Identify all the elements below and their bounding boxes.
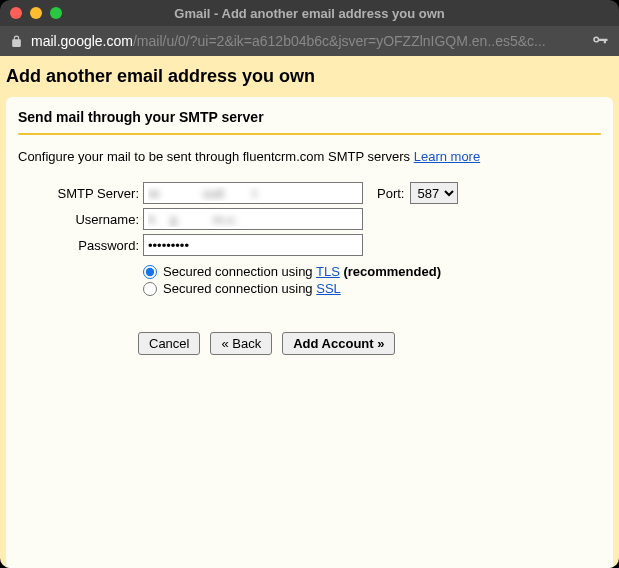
url-path: /mail/u/0/?ui=2&ik=a612b04b6c&jsver=yOFZ…: [133, 33, 546, 49]
username-input[interactable]: [143, 208, 363, 230]
button-row: Cancel « Back Add Account »: [138, 332, 601, 355]
add-account-button[interactable]: Add Account »: [282, 332, 395, 355]
instruction-prefix: Configure your mail to be sent through f…: [18, 149, 414, 164]
maximize-window-button[interactable]: [50, 7, 62, 19]
smtp-server-row: SMTP Server: Port: 587: [18, 182, 601, 204]
url-display[interactable]: mail.google.com/mail/u/0/?ui=2&ik=a612b0…: [31, 33, 546, 49]
ssl-label: Secured connection using SSL: [163, 281, 341, 296]
page-title: Add another email address you own: [0, 56, 619, 97]
window-titlebar: Gmail - Add another email address you ow…: [0, 0, 619, 26]
smtp-server-input[interactable]: [143, 182, 363, 204]
port-label: Port:: [377, 186, 404, 201]
close-window-button[interactable]: [10, 7, 22, 19]
secure-connection-group: Secured connection using TLS (recommende…: [143, 264, 601, 296]
back-button[interactable]: « Back: [210, 332, 272, 355]
password-input[interactable]: [143, 234, 363, 256]
traffic-lights: [10, 7, 62, 19]
smtp-panel: Send mail through your SMTP server Confi…: [6, 97, 613, 568]
page-content: Add another email address you own Send m…: [0, 56, 619, 568]
username-label: Username:: [18, 212, 143, 227]
url-host: mail.google.com: [31, 33, 133, 49]
password-row: Password:: [18, 234, 601, 256]
key-icon[interactable]: [591, 32, 609, 50]
password-label: Password:: [18, 238, 143, 253]
tls-radio[interactable]: [143, 265, 157, 279]
learn-more-link[interactable]: Learn more: [414, 149, 480, 164]
panel-title: Send mail through your SMTP server: [18, 109, 601, 133]
browser-window: Gmail - Add another email address you ow…: [0, 0, 619, 568]
tls-link[interactable]: TLS: [316, 264, 340, 279]
tls-label: Secured connection using TLS (recommende…: [163, 264, 441, 279]
minimize-window-button[interactable]: [30, 7, 42, 19]
port-group: Port: 587: [377, 182, 458, 204]
instruction-text: Configure your mail to be sent through f…: [18, 149, 601, 164]
window-title: Gmail - Add another email address you ow…: [174, 6, 444, 21]
lock-icon: [10, 35, 23, 48]
username-row: Username:: [18, 208, 601, 230]
ssl-radio-row[interactable]: Secured connection using SSL: [143, 281, 601, 296]
ssl-link[interactable]: SSL: [316, 281, 341, 296]
smtp-server-label: SMTP Server:: [18, 186, 143, 201]
tls-radio-row[interactable]: Secured connection using TLS (recommende…: [143, 264, 601, 279]
address-bar: mail.google.com/mail/u/0/?ui=2&ik=a612b0…: [0, 26, 619, 56]
cancel-button[interactable]: Cancel: [138, 332, 200, 355]
port-select[interactable]: 587: [410, 182, 458, 204]
ssl-radio[interactable]: [143, 282, 157, 296]
divider: [18, 133, 601, 135]
